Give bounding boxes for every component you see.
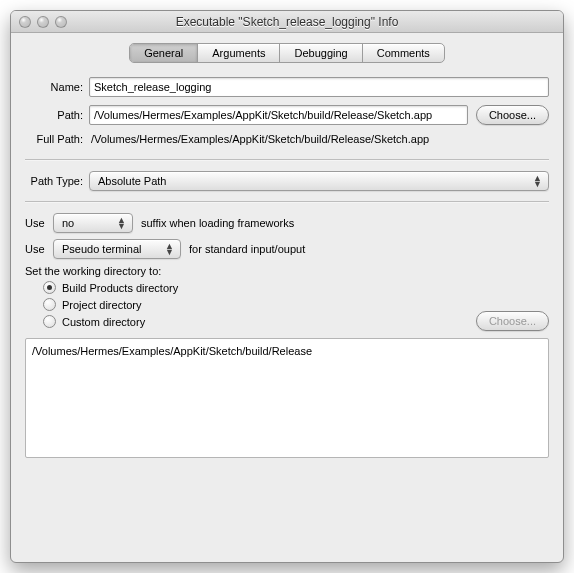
path-label: Path: bbox=[25, 109, 89, 121]
tab-general[interactable]: General bbox=[130, 44, 198, 62]
choose-workdir-button[interactable]: Choose... bbox=[476, 311, 549, 331]
window-title: Executable "Sketch_release_logging" Info bbox=[11, 15, 563, 29]
workdir-path-box: /Volumes/Hermes/Examples/AppKit/Sketch/b… bbox=[25, 338, 549, 458]
traffic-lights bbox=[19, 16, 67, 28]
radio-icon bbox=[43, 298, 56, 311]
chevron-updown-icon: ▲▼ bbox=[165, 243, 174, 255]
stdio-text: for standard input/ouput bbox=[189, 243, 305, 255]
path-type-label: Path Type: bbox=[25, 175, 89, 187]
tab-debugging[interactable]: Debugging bbox=[280, 44, 362, 62]
zoom-icon[interactable] bbox=[55, 16, 67, 28]
radio-project-dir[interactable]: Project directory bbox=[43, 298, 476, 311]
path-type-select[interactable]: Absolute Path ▲▼ bbox=[89, 171, 549, 191]
radio-custom-dir[interactable]: Custom directory bbox=[43, 315, 476, 328]
suffix-text: suffix when loading frameworks bbox=[141, 217, 294, 229]
tab-arguments[interactable]: Arguments bbox=[198, 44, 280, 62]
choose-path-button[interactable]: Choose... bbox=[476, 105, 549, 125]
general-panel: Name: Path: Choose... Full Path: /Volume… bbox=[11, 71, 563, 562]
path-field[interactable] bbox=[89, 105, 468, 125]
workdir-path-value: /Volumes/Hermes/Examples/AppKit/Sketch/b… bbox=[32, 345, 312, 357]
info-window: Executable "Sketch_release_logging" Info… bbox=[10, 10, 564, 563]
radio-build-products[interactable]: Build Products directory bbox=[43, 281, 476, 294]
radio-build-products-label: Build Products directory bbox=[62, 282, 178, 294]
chevron-updown-icon: ▲▼ bbox=[117, 217, 126, 229]
path-type-value: Absolute Path bbox=[98, 175, 167, 187]
use-label-1: Use bbox=[25, 217, 53, 229]
chevron-updown-icon: ▲▼ bbox=[533, 175, 542, 187]
radio-icon bbox=[43, 315, 56, 328]
close-icon[interactable] bbox=[19, 16, 31, 28]
suffix-select[interactable]: no ▲▼ bbox=[53, 213, 133, 233]
full-path-value: /Volumes/Hermes/Examples/AppKit/Sketch/b… bbox=[89, 133, 429, 145]
tab-comments[interactable]: Comments bbox=[363, 44, 444, 62]
stdio-value: Pseudo terminal bbox=[62, 243, 142, 255]
radio-project-dir-label: Project directory bbox=[62, 299, 141, 311]
set-workdir-label: Set the working directory to: bbox=[25, 265, 549, 277]
separator-2 bbox=[25, 201, 549, 203]
minimize-icon[interactable] bbox=[37, 16, 49, 28]
name-label: Name: bbox=[25, 81, 89, 93]
tabbar: General Arguments Debugging Comments bbox=[11, 33, 563, 71]
radio-icon bbox=[43, 281, 56, 294]
use-label-2: Use bbox=[25, 243, 53, 255]
titlebar: Executable "Sketch_release_logging" Info bbox=[11, 11, 563, 33]
separator-1 bbox=[25, 159, 549, 161]
suffix-value: no bbox=[62, 217, 74, 229]
name-field[interactable] bbox=[89, 77, 549, 97]
stdio-select[interactable]: Pseudo terminal ▲▼ bbox=[53, 239, 181, 259]
full-path-label: Full Path: bbox=[25, 133, 89, 145]
tab-segmented-control: General Arguments Debugging Comments bbox=[129, 43, 445, 63]
radio-custom-dir-label: Custom directory bbox=[62, 316, 145, 328]
